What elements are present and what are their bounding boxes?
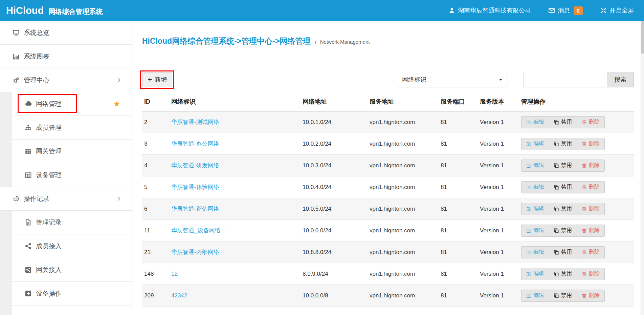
edit-icon (526, 142, 531, 146)
delete-button[interactable]: 删除 (577, 290, 605, 302)
sidebar-item-gateway-access[interactable]: 网关接入 (12, 258, 132, 282)
sidebar-item-admin-records[interactable]: 管理记录 (12, 211, 132, 234)
delete-button[interactable]: 删除 (577, 268, 605, 280)
cell-actions: 编辑禁用删除 (521, 225, 634, 237)
cell-server-address: vpn1.hignton.com (370, 271, 441, 277)
edit-button[interactable]: 编辑 (521, 116, 549, 128)
cell-network-name: 华辰智通-体验网络 (171, 183, 303, 191)
app-logo-subtitle: 网络综合管理系统 (49, 8, 103, 15)
action-button-group: 编辑禁用删除 (521, 160, 605, 172)
edit-button-label: 编辑 (533, 184, 544, 191)
fullscreen-toggle[interactable]: 开启全屏 (600, 6, 634, 15)
sidebar-item-system-overview[interactable]: 系统总览 (0, 21, 132, 45)
cell-server-address: vpn1.hignton.com (370, 119, 441, 126)
delete-button-label: 删除 (589, 249, 600, 256)
delete-button[interactable]: 删除 (577, 246, 605, 258)
delete-button[interactable]: 删除 (577, 181, 605, 193)
messages-label: 消息 (558, 6, 570, 15)
disable-button[interactable]: 禁用 (549, 203, 577, 215)
network-name-link[interactable]: 12 (171, 271, 178, 277)
cell-server-address: vpn1.hignton.com (370, 292, 441, 299)
network-name-link[interactable]: 42342 (171, 292, 187, 299)
cell-network-address: 10.8.8.0/24 (303, 249, 370, 256)
clone-icon (554, 142, 559, 146)
disable-button-label: 禁用 (561, 270, 572, 277)
network-name-link[interactable]: 华辰智通-体验网络 (171, 184, 219, 190)
filter-select[interactable]: 网络标识 (397, 72, 508, 87)
toolbar-right: 网络标识 搜索 (397, 72, 634, 87)
disable-button-label: 禁用 (561, 205, 572, 212)
edit-button[interactable]: 编辑 (521, 290, 549, 302)
edit-icon (526, 120, 531, 125)
edit-icon (526, 207, 531, 211)
network-name-link[interactable]: 华辰智通-研发网络 (171, 162, 219, 169)
network-name-link[interactable]: 华辰智通-测试网络 (171, 119, 219, 125)
network-name-link[interactable]: 华辰智通-内部网络 (171, 249, 219, 255)
edit-button[interactable]: 编辑 (521, 246, 549, 258)
account-menu[interactable]: 湖南华辰智通科技有限公司 (449, 6, 531, 15)
table-header: ID网络标识网络地址服务地址服务端口服务版本管理操作 (142, 98, 634, 111)
sidebar-item-member-access[interactable]: 成员接入 (12, 234, 132, 258)
scrollbar[interactable] (641, 21, 644, 315)
sidebar-item-member-management[interactable]: 成员管理 (12, 116, 132, 140)
delete-button-label: 删除 (589, 227, 600, 234)
delete-button[interactable]: 删除 (577, 160, 605, 172)
action-button-group: 编辑禁用删除 (521, 246, 605, 258)
sidebar-item-label: 操作记录 (24, 194, 49, 203)
sidebar-item-label: 设备操作 (36, 289, 62, 298)
delete-button[interactable]: 删除 (577, 138, 605, 150)
cell-id: 6 (144, 206, 171, 212)
disable-button[interactable]: 禁用 (549, 138, 577, 150)
scrollbar-thumb[interactable] (641, 21, 644, 54)
sidebar-item-admin-center[interactable]: 管理中心 (0, 68, 132, 92)
cell-server-version: Version 1 (480, 119, 521, 126)
sidebar-item-network-management[interactable]: 网络管理 (12, 92, 132, 116)
edit-button-label: 编辑 (533, 205, 544, 212)
disable-button[interactable]: 禁用 (549, 181, 577, 193)
network-name-link[interactable]: 华辰智通-评估网络 (171, 206, 219, 212)
sidebar-item-device-management[interactable]: 设备管理 (12, 163, 132, 187)
cell-server-address: vpn1.hignton.com (370, 141, 441, 147)
cell-server-address: vpn1.hignton.com (370, 227, 441, 234)
edit-button[interactable]: 编辑 (521, 225, 549, 237)
delete-button[interactable]: 删除 (577, 116, 605, 128)
cell-network-address: 8.9.9.0/24 (303, 271, 370, 277)
network-name-link[interactable]: 华辰智通_设备网络一 (171, 227, 226, 234)
disable-button[interactable]: 禁用 (549, 225, 577, 237)
sidebar-item-operation-records[interactable]: 操作记录 (0, 187, 132, 211)
edit-button[interactable]: 编辑 (521, 268, 549, 280)
edit-button[interactable]: 编辑 (521, 203, 549, 215)
disable-button[interactable]: 禁用 (549, 160, 577, 172)
network-name-link[interactable]: 华辰智通-办公网络 (171, 141, 219, 147)
cell-server-port: 81 (441, 206, 480, 212)
delete-button-label: 删除 (589, 140, 600, 147)
edit-button[interactable]: 编辑 (521, 138, 549, 150)
calendar-icon (25, 172, 31, 178)
sidebar-item-device-operations[interactable]: 设备操作 (12, 282, 132, 306)
disable-button[interactable]: 禁用 (549, 290, 577, 302)
table-row: 3华辰智通-办公网络10.0.2.0/24vpn1.hignton.com81V… (142, 133, 634, 155)
disable-button[interactable]: 禁用 (549, 246, 577, 258)
sidebar-item-system-charts[interactable]: 系统图表 (0, 45, 132, 68)
disable-button[interactable]: 禁用 (549, 116, 577, 128)
column-id: ID (144, 98, 171, 105)
cell-network-address: 10.0.1.0/24 (303, 119, 370, 126)
search-button[interactable]: 搜索 (607, 72, 634, 87)
cell-server-version: Version 1 (480, 249, 521, 256)
cell-network-address: 10.0.3.0/24 (303, 162, 370, 169)
cell-network-address: 10.0.2.0/24 (303, 141, 370, 147)
chevron-right-icon (116, 78, 121, 83)
delete-button[interactable]: 删除 (577, 203, 605, 215)
disable-button[interactable]: 禁用 (549, 268, 577, 280)
search-input[interactable] (524, 72, 607, 87)
cell-network-address: 10.0.0.0/24 (303, 227, 370, 234)
edit-button[interactable]: 编辑 (521, 160, 549, 172)
sidebar-item-gateway-management[interactable]: 网关管理 (12, 140, 132, 163)
delete-button[interactable]: 删除 (577, 225, 605, 237)
messages-menu[interactable]: 消息 0 (549, 6, 583, 15)
share-square-icon (25, 267, 31, 273)
edit-button[interactable]: 编辑 (521, 181, 549, 193)
table-row: 6华辰智通-评估网络10.0.5.0/24vpn1.hignton.com81V… (142, 198, 634, 220)
page-title: HiCloud网络综合管理系统->管理中心->网络管理 (142, 37, 311, 45)
add-button[interactable]: 新增 (142, 72, 172, 87)
